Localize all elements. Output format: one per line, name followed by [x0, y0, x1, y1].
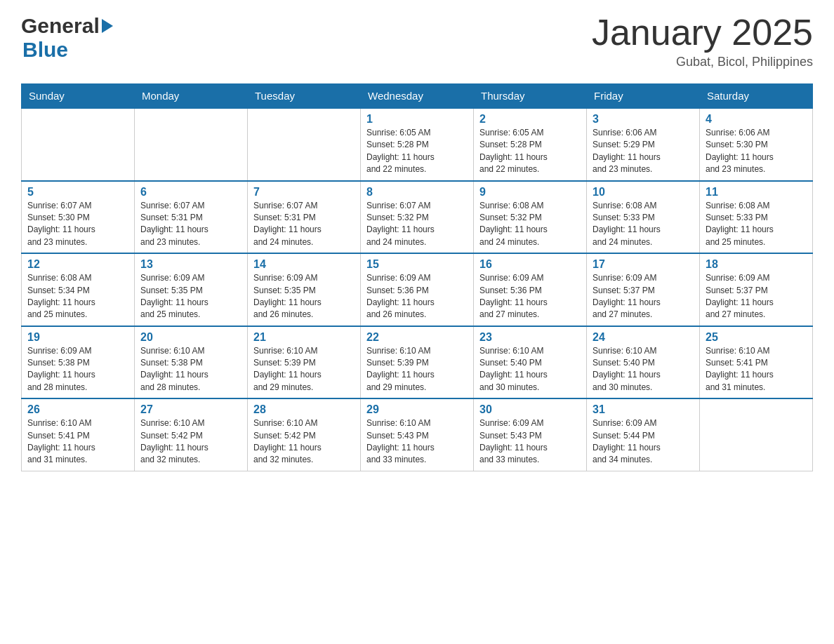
- week-row-2: 5Sunrise: 6:07 AM Sunset: 5:30 PM Daylig…: [22, 181, 813, 254]
- day-number: 7: [253, 186, 355, 199]
- day-number: 24: [593, 331, 694, 344]
- day-info: Sunrise: 6:06 AM Sunset: 5:30 PM Dayligh…: [706, 127, 807, 176]
- day-info: Sunrise: 6:10 AM Sunset: 5:43 PM Dayligh…: [366, 417, 468, 467]
- calendar-cell: 22Sunrise: 6:10 AM Sunset: 5:39 PM Dayli…: [361, 326, 474, 399]
- calendar-cell: [135, 108, 248, 181]
- day-info: Sunrise: 6:05 AM Sunset: 5:28 PM Dayligh…: [366, 127, 468, 176]
- calendar-cell: 27Sunrise: 6:10 AM Sunset: 5:42 PM Dayli…: [135, 398, 248, 471]
- day-info: Sunrise: 6:10 AM Sunset: 5:41 PM Dayligh…: [27, 417, 128, 467]
- calendar-cell: 2Sunrise: 6:05 AM Sunset: 5:28 PM Daylig…: [474, 108, 587, 181]
- day-number: 1: [366, 113, 468, 126]
- calendar-table: SundayMondayTuesdayWednesdayThursdayFrid…: [21, 83, 813, 471]
- column-header-monday: Monday: [135, 84, 248, 109]
- day-number: 6: [140, 186, 241, 199]
- logo: General Blue: [21, 14, 113, 62]
- day-number: 30: [479, 403, 581, 416]
- calendar-cell: 26Sunrise: 6:10 AM Sunset: 5:41 PM Dayli…: [22, 398, 135, 471]
- day-info: Sunrise: 6:10 AM Sunset: 5:42 PM Dayligh…: [140, 417, 241, 467]
- day-info: Sunrise: 6:10 AM Sunset: 5:38 PM Dayligh…: [140, 345, 241, 394]
- day-info: Sunrise: 6:07 AM Sunset: 5:31 PM Dayligh…: [140, 200, 241, 249]
- day-number: 25: [706, 331, 807, 344]
- day-number: 11: [706, 186, 807, 199]
- day-number: 31: [593, 403, 694, 416]
- calendar-cell: [248, 108, 361, 181]
- calendar-header-row: SundayMondayTuesdayWednesdayThursdayFrid…: [22, 84, 813, 109]
- day-number: 19: [27, 331, 128, 344]
- day-number: 3: [593, 113, 694, 126]
- calendar-cell: 15Sunrise: 6:09 AM Sunset: 5:36 PM Dayli…: [361, 253, 474, 326]
- day-number: 8: [366, 186, 468, 199]
- day-number: 9: [479, 186, 581, 199]
- day-info: Sunrise: 6:09 AM Sunset: 5:35 PM Dayligh…: [140, 272, 241, 321]
- day-info: Sunrise: 6:10 AM Sunset: 5:40 PM Dayligh…: [479, 345, 581, 394]
- day-info: Sunrise: 6:08 AM Sunset: 5:33 PM Dayligh…: [706, 200, 807, 249]
- calendar-cell: 30Sunrise: 6:09 AM Sunset: 5:43 PM Dayli…: [474, 398, 587, 471]
- day-info: Sunrise: 6:09 AM Sunset: 5:44 PM Dayligh…: [593, 417, 694, 467]
- day-number: 18: [706, 258, 807, 271]
- calendar-cell: 20Sunrise: 6:10 AM Sunset: 5:38 PM Dayli…: [135, 326, 248, 399]
- month-title: January 2025: [592, 14, 813, 51]
- day-number: 29: [366, 403, 468, 416]
- day-info: Sunrise: 6:10 AM Sunset: 5:41 PM Dayligh…: [706, 345, 807, 394]
- calendar-cell: 14Sunrise: 6:09 AM Sunset: 5:35 PM Dayli…: [248, 253, 361, 326]
- day-number: 10: [593, 186, 694, 199]
- week-row-3: 12Sunrise: 6:08 AM Sunset: 5:34 PM Dayli…: [22, 253, 813, 326]
- column-header-thursday: Thursday: [474, 84, 587, 109]
- logo-line2: Blue: [22, 38, 68, 62]
- day-info: Sunrise: 6:07 AM Sunset: 5:31 PM Dayligh…: [253, 200, 355, 249]
- day-info: Sunrise: 6:10 AM Sunset: 5:40 PM Dayligh…: [593, 345, 694, 394]
- day-info: Sunrise: 6:08 AM Sunset: 5:34 PM Dayligh…: [27, 272, 128, 321]
- day-number: 4: [706, 113, 807, 126]
- day-info: Sunrise: 6:10 AM Sunset: 5:39 PM Dayligh…: [253, 345, 355, 394]
- day-info: Sunrise: 6:06 AM Sunset: 5:29 PM Dayligh…: [593, 127, 694, 176]
- day-number: 27: [140, 403, 241, 416]
- page-header: General Blue January 2025 Gubat, Bicol, …: [21, 14, 813, 69]
- calendar-cell: 3Sunrise: 6:06 AM Sunset: 5:29 PM Daylig…: [587, 108, 700, 181]
- column-header-saturday: Saturday: [700, 84, 813, 109]
- day-info: Sunrise: 6:07 AM Sunset: 5:30 PM Dayligh…: [27, 200, 128, 249]
- day-number: 2: [479, 113, 581, 126]
- column-header-sunday: Sunday: [22, 84, 135, 109]
- week-row-1: 1Sunrise: 6:05 AM Sunset: 5:28 PM Daylig…: [22, 108, 813, 181]
- day-number: 16: [479, 258, 581, 271]
- day-info: Sunrise: 6:08 AM Sunset: 5:32 PM Dayligh…: [479, 200, 581, 249]
- calendar-cell: 24Sunrise: 6:10 AM Sunset: 5:40 PM Dayli…: [587, 326, 700, 399]
- day-info: Sunrise: 6:09 AM Sunset: 5:35 PM Dayligh…: [253, 272, 355, 321]
- calendar-cell: 17Sunrise: 6:09 AM Sunset: 5:37 PM Dayli…: [587, 253, 700, 326]
- day-number: 5: [27, 186, 128, 199]
- calendar-cell: 9Sunrise: 6:08 AM Sunset: 5:32 PM Daylig…: [474, 181, 587, 254]
- calendar-cell: 4Sunrise: 6:06 AM Sunset: 5:30 PM Daylig…: [700, 108, 813, 181]
- column-header-tuesday: Tuesday: [248, 84, 361, 109]
- day-info: Sunrise: 6:09 AM Sunset: 5:43 PM Dayligh…: [479, 417, 581, 467]
- day-number: 13: [140, 258, 241, 271]
- calendar-cell: [700, 398, 813, 471]
- calendar-cell: 28Sunrise: 6:10 AM Sunset: 5:42 PM Dayli…: [248, 398, 361, 471]
- calendar-cell: [22, 108, 135, 181]
- day-info: Sunrise: 6:05 AM Sunset: 5:28 PM Dayligh…: [479, 127, 581, 176]
- day-info: Sunrise: 6:09 AM Sunset: 5:38 PM Dayligh…: [27, 345, 128, 394]
- calendar-cell: 18Sunrise: 6:09 AM Sunset: 5:37 PM Dayli…: [700, 253, 813, 326]
- day-info: Sunrise: 6:07 AM Sunset: 5:32 PM Dayligh…: [366, 200, 468, 249]
- day-number: 28: [253, 403, 355, 416]
- logo-general-text: General: [21, 14, 100, 38]
- calendar-cell: 7Sunrise: 6:07 AM Sunset: 5:31 PM Daylig…: [248, 181, 361, 254]
- day-info: Sunrise: 6:09 AM Sunset: 5:36 PM Dayligh…: [479, 272, 581, 321]
- calendar-cell: 8Sunrise: 6:07 AM Sunset: 5:32 PM Daylig…: [361, 181, 474, 254]
- day-info: Sunrise: 6:09 AM Sunset: 5:37 PM Dayligh…: [706, 272, 807, 321]
- logo-blue-text: Blue: [22, 38, 68, 61]
- day-info: Sunrise: 6:09 AM Sunset: 5:36 PM Dayligh…: [366, 272, 468, 321]
- calendar-cell: 6Sunrise: 6:07 AM Sunset: 5:31 PM Daylig…: [135, 181, 248, 254]
- calendar-cell: 1Sunrise: 6:05 AM Sunset: 5:28 PM Daylig…: [361, 108, 474, 181]
- day-number: 15: [366, 258, 468, 271]
- day-number: 20: [140, 331, 241, 344]
- calendar-cell: 23Sunrise: 6:10 AM Sunset: 5:40 PM Dayli…: [474, 326, 587, 399]
- calendar-cell: 13Sunrise: 6:09 AM Sunset: 5:35 PM Dayli…: [135, 253, 248, 326]
- calendar-cell: 11Sunrise: 6:08 AM Sunset: 5:33 PM Dayli…: [700, 181, 813, 254]
- day-number: 17: [593, 258, 694, 271]
- location: Gubat, Bicol, Philippines: [592, 55, 813, 69]
- calendar-cell: 12Sunrise: 6:08 AM Sunset: 5:34 PM Dayli…: [22, 253, 135, 326]
- column-header-wednesday: Wednesday: [361, 84, 474, 109]
- day-number: 12: [27, 258, 128, 271]
- day-info: Sunrise: 6:10 AM Sunset: 5:39 PM Dayligh…: [366, 345, 468, 394]
- calendar-cell: 16Sunrise: 6:09 AM Sunset: 5:36 PM Dayli…: [474, 253, 587, 326]
